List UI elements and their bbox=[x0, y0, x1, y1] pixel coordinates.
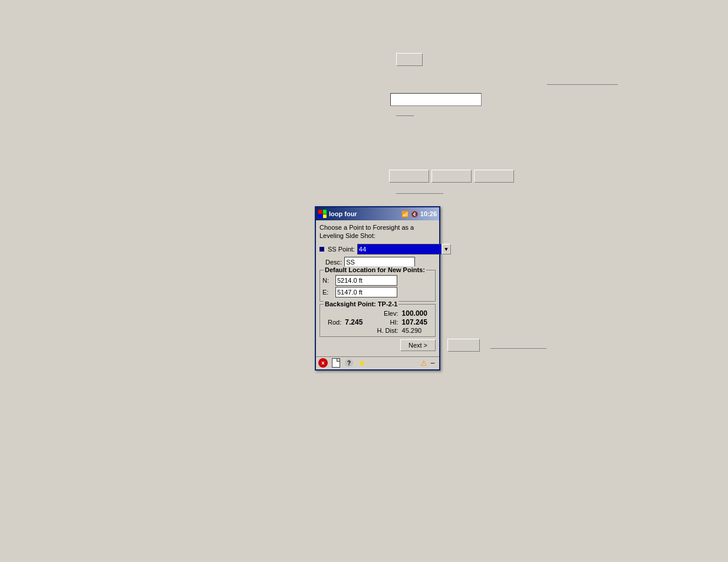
instruction-text: Choose a Point to Foresight as a Levelin… bbox=[319, 223, 436, 240]
xp-logo-icon bbox=[318, 210, 327, 218]
elev-value: 100.000 bbox=[402, 309, 433, 318]
title-bar-left: loop four bbox=[318, 210, 357, 218]
help-taskbar-button[interactable]: ? bbox=[344, 358, 354, 368]
e-row: E: bbox=[322, 287, 433, 297]
rod-value: 7.245 bbox=[345, 318, 368, 326]
dialog-title: loop four bbox=[329, 210, 357, 217]
signal-icon: 📶 bbox=[401, 211, 409, 217]
ss-point-row: SS Point: ▼ bbox=[319, 244, 436, 254]
n-row: N: bbox=[322, 275, 433, 286]
close-circle-icon: × bbox=[318, 358, 328, 368]
button-1[interactable] bbox=[389, 170, 429, 183]
ss-point-dropdown-btn[interactable]: ▼ bbox=[442, 244, 451, 254]
dialog-content: Choose a Point to Foresight as a Levelin… bbox=[316, 220, 439, 356]
button-3[interactable] bbox=[474, 170, 514, 183]
hdist-value: 45.290 bbox=[402, 327, 433, 334]
ss-point-label: SS Point: bbox=[328, 246, 355, 253]
right-side-button[interactable] bbox=[447, 339, 480, 352]
backsight-label: Backsight Point: TP-2-1 bbox=[324, 300, 398, 308]
star-icon: ★ bbox=[358, 358, 366, 368]
next-button-container: Next > bbox=[319, 339, 436, 351]
bullet-icon bbox=[319, 247, 324, 252]
n-input[interactable] bbox=[335, 275, 397, 286]
right-text-line bbox=[547, 84, 618, 85]
desc-label: Desc: bbox=[325, 259, 342, 266]
minimize-button[interactable]: – bbox=[429, 359, 437, 367]
dialog-taskbar: × ? ★ ⚠ – bbox=[316, 356, 439, 369]
app-icon bbox=[318, 210, 327, 218]
default-location-group: Default Location for New Points: N: E: bbox=[319, 270, 436, 302]
elev-label: Elev: bbox=[371, 310, 398, 317]
warning-taskbar-icon: ⚠ bbox=[419, 358, 429, 368]
button-2[interactable] bbox=[431, 170, 472, 183]
speaker-icon: 🔇 bbox=[411, 211, 418, 217]
title-bar: loop four 📶 🔇 10:26 bbox=[316, 207, 439, 220]
separator-line-top bbox=[396, 115, 414, 116]
top-small-button[interactable] bbox=[396, 53, 423, 66]
hi-label: HI: bbox=[371, 319, 398, 326]
separator-line-bottom bbox=[396, 193, 443, 194]
e-label: E: bbox=[322, 289, 333, 296]
right-line-bottom bbox=[490, 348, 546, 349]
backsight-group: Backsight Point: TP-2-1 Elev: 100.000 Ro… bbox=[319, 304, 436, 337]
rod-label: Rod: bbox=[322, 319, 341, 326]
top-wide-input[interactable] bbox=[390, 93, 482, 106]
next-button[interactable]: Next > bbox=[400, 339, 436, 351]
title-bar-right: 📶 🔇 10:26 bbox=[401, 210, 437, 217]
star-taskbar-button[interactable]: ★ bbox=[357, 358, 367, 368]
warning-icon: ⚠ bbox=[420, 359, 427, 368]
hi-value: 107.245 bbox=[402, 318, 433, 326]
n-label: N: bbox=[322, 277, 333, 284]
document-icon bbox=[332, 358, 340, 368]
clock-display: 10:26 bbox=[420, 210, 437, 217]
taskbar-left-icons: × ? ★ bbox=[318, 358, 367, 368]
document-taskbar-button[interactable] bbox=[331, 358, 341, 368]
ss-point-input[interactable] bbox=[357, 244, 442, 254]
taskbar-right-icons: ⚠ – bbox=[419, 358, 437, 368]
ss-point-combo: ▼ bbox=[357, 244, 451, 254]
dialog-window: loop four 📶 🔇 10:26 Choose a Point to Fo… bbox=[315, 206, 440, 371]
help-icon: ? bbox=[345, 359, 353, 367]
three-button-group bbox=[389, 170, 514, 183]
close-taskbar-button[interactable]: × bbox=[318, 358, 328, 368]
default-location-label: Default Location for New Points: bbox=[324, 266, 426, 273]
e-input[interactable] bbox=[335, 287, 397, 297]
hdist-label: H. Dist: bbox=[371, 327, 398, 334]
